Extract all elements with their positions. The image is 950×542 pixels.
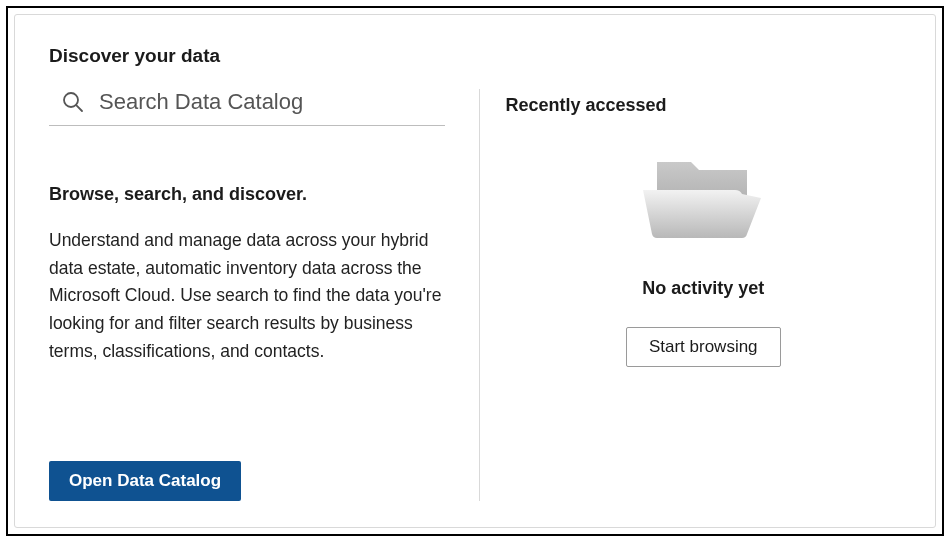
search-input[interactable] bbox=[99, 89, 445, 115]
folder-open-icon bbox=[639, 148, 767, 256]
search-icon bbox=[61, 90, 85, 114]
left-subheading: Browse, search, and discover. bbox=[49, 184, 445, 205]
card-title: Discover your data bbox=[49, 45, 901, 67]
svg-line-1 bbox=[76, 105, 82, 111]
start-browsing-button[interactable]: Start browsing bbox=[626, 327, 781, 367]
discover-card: Discover your data Browse, search, and d… bbox=[14, 14, 936, 528]
open-data-catalog-button[interactable]: Open Data Catalog bbox=[49, 461, 241, 501]
left-column: Browse, search, and discover. Understand… bbox=[49, 89, 479, 501]
left-description: Understand and manage data across your h… bbox=[49, 227, 445, 365]
search-field-wrap[interactable] bbox=[49, 89, 445, 126]
no-activity-label: No activity yet bbox=[642, 278, 764, 299]
right-column: Recently accessed bbox=[479, 89, 902, 501]
recently-accessed-heading: Recently accessed bbox=[506, 95, 902, 116]
empty-state: No activity yet Start browsing bbox=[506, 148, 902, 367]
